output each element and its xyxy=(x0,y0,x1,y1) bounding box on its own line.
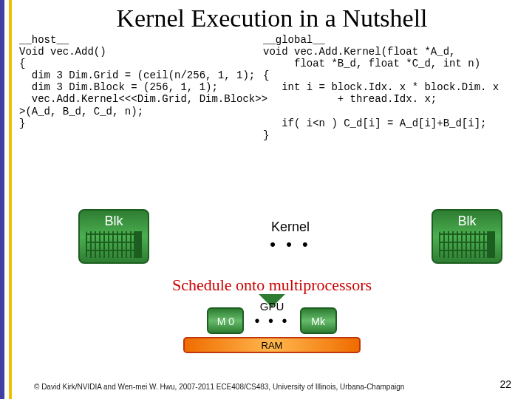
multiprocessor: M 0 xyxy=(207,307,244,334)
global-code: __global__ void vec.Add.Kernel(float *A_… xyxy=(263,34,499,141)
block-left: Blk xyxy=(78,209,149,264)
threads-icon xyxy=(439,231,495,258)
block-label: Blk xyxy=(104,214,123,228)
schedule-label: Schedule onto multiprocessors xyxy=(19,276,525,295)
footer-credit: © David Kirk/NVIDIA and Wen-mei W. Hwu, … xyxy=(34,383,404,392)
ram-bar: RAM xyxy=(183,337,361,353)
kernel-label: Kernel xyxy=(270,219,310,235)
gpu-label: GPU xyxy=(260,300,284,313)
gpu-group: GPU M 0 • • • Mk RAM xyxy=(168,301,375,353)
slide-title: Kernel Execution in a Nutshell xyxy=(19,0,525,34)
kernel-center: Kernel • • • xyxy=(270,219,310,254)
block-right: Blk xyxy=(432,209,502,264)
dots-icon: • • • xyxy=(270,235,310,254)
host-code: __host__ Void vec.Add() { dim 3 Dim.Grid… xyxy=(19,34,267,129)
kernel-row: Blk Kernel • • • Blk xyxy=(78,207,502,266)
threads-icon xyxy=(86,231,142,258)
dots-icon: • • • xyxy=(254,313,289,330)
page-number: 22 xyxy=(499,378,511,390)
multiprocessor: Mk xyxy=(300,307,337,334)
block-label: Blk xyxy=(457,214,476,228)
